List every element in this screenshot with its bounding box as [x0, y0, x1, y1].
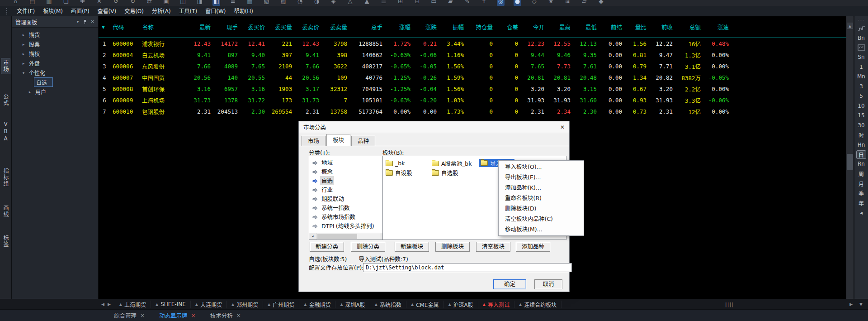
- tab-nav-arrow-icon[interactable]: ◀: [101, 302, 104, 307]
- toolbar-icon[interactable]: ▦: [246, 0, 254, 6]
- board-item[interactable]: 自设股: [386, 168, 412, 177]
- category-item[interactable]: 自选: [309, 176, 388, 185]
- period-button[interactable]: 30: [856, 120, 866, 130]
- period-button[interactable]: 日: [856, 150, 866, 159]
- toolbar-icon[interactable]: ⌗: [480, 0, 488, 6]
- line-chart-box-icon[interactable]: [858, 43, 865, 53]
- menu-item[interactable]: 窗口(W): [201, 6, 230, 16]
- market-tab[interactable]: ▲大连期货: [191, 301, 227, 308]
- pin-icon[interactable]: [83, 20, 87, 24]
- column-header[interactable]: 代码: [110, 23, 140, 31]
- toolbar-icon[interactable]: ✚: [79, 0, 86, 6]
- menu-item[interactable]: 帮助(H): [230, 6, 257, 16]
- tree-item[interactable]: ▸外盘: [12, 58, 98, 68]
- period-button[interactable]: 1: [856, 62, 866, 72]
- market-tab[interactable]: ▲上海期货: [115, 301, 151, 308]
- dialog-button[interactable]: 新建分类: [310, 242, 344, 252]
- side-tab[interactable]: 公式: [1, 92, 10, 108]
- table-row[interactable]: 4600007中国国贸20.5614020.554420.5610940776-…: [99, 72, 846, 83]
- column-header[interactable]: 名称: [140, 23, 184, 31]
- toolbar-icon[interactable]: ◇: [530, 0, 538, 6]
- market-tab[interactable]: ▲导入测试: [478, 301, 514, 308]
- column-header[interactable]: 今开: [522, 23, 548, 31]
- context-menu-item[interactable]: 删除板块(D): [499, 203, 584, 214]
- column-header[interactable]: 涨速: [704, 23, 732, 31]
- market-tab[interactable]: ▲广州期货: [263, 301, 299, 308]
- period-button[interactable]: 时: [856, 130, 866, 140]
- chevron-down-icon[interactable]: ▾: [77, 19, 79, 24]
- toolbar-icon[interactable]: ▣: [162, 0, 170, 6]
- toolbar-icon[interactable]: ▥: [45, 0, 53, 6]
- context-menu-item[interactable]: 移动板块(M)...: [499, 224, 584, 235]
- period-button[interactable]: 3: [856, 81, 866, 91]
- board-item[interactable]: _bk: [386, 158, 412, 168]
- toolbar-icon[interactable]: ↻: [129, 0, 137, 6]
- column-header[interactable]: 涨幅: [386, 23, 414, 31]
- column-header[interactable]: 前收: [650, 23, 676, 31]
- column-header[interactable]: 最低: [574, 23, 600, 31]
- category-item[interactable]: 地域: [309, 158, 388, 167]
- context-menu-item[interactable]: 导出板块(E)...: [499, 172, 584, 182]
- side-tab[interactable]: VBA: [2, 120, 9, 144]
- toolbar-icon[interactable]: ▲: [363, 0, 371, 6]
- page-tab[interactable]: 综合管理×: [108, 311, 151, 320]
- dialog-tab[interactable]: 品种: [351, 136, 375, 146]
- column-header[interactable]: 委买价: [241, 23, 269, 31]
- period-button[interactable]: Rn: [856, 159, 866, 169]
- market-tab[interactable]: ▲连续合约板块: [514, 301, 561, 308]
- column-header[interactable]: 仓差: [496, 23, 522, 31]
- scroll-up-icon[interactable]: ▲: [847, 23, 853, 29]
- market-tab[interactable]: ▲CME金属: [406, 301, 443, 308]
- table-row[interactable]: 2600004白云机场9.418979.403979.41398140662-0…: [99, 49, 846, 61]
- category-item[interactable]: 概念: [309, 167, 388, 176]
- toolbar-icon[interactable]: ◎: [497, 0, 505, 6]
- column-header[interactable]: 持仓量: [467, 23, 496, 31]
- menu-item[interactable]: 画面(P): [67, 6, 94, 16]
- toolbar-icon[interactable]: △: [346, 0, 354, 6]
- table-row[interactable]: 1600000浦发银行12.431417212.4122112.43379812…: [99, 38, 846, 49]
- toolbar-icon[interactable]: ▱: [580, 0, 588, 6]
- column-header[interactable]: 最高: [548, 23, 574, 31]
- config-path-input[interactable]: [363, 263, 572, 272]
- toolbar-icon[interactable]: ▭: [430, 0, 438, 6]
- column-header[interactable]: 前结: [600, 23, 626, 31]
- menu-item[interactable]: 工具(T): [175, 6, 202, 16]
- toolbar-icon[interactable]: ◧: [212, 0, 220, 6]
- column-header[interactable]: 委卖价: [296, 23, 323, 31]
- market-tab[interactable]: ▲系统指数: [370, 301, 406, 308]
- toolbar-icon[interactable]: ☰: [380, 0, 387, 6]
- column-header[interactable]: 总额: [676, 23, 704, 31]
- board-item[interactable]: A股票池_bk: [432, 158, 472, 168]
- tree-item[interactable]: ▸用户: [12, 87, 98, 96]
- menu-item[interactable]: 查看(V): [94, 6, 121, 16]
- column-header[interactable]: 最新: [184, 23, 214, 31]
- tab-scroll-indicator[interactable]: ||||: [725, 302, 734, 307]
- market-tab[interactable]: ▲郑州期货: [227, 301, 263, 308]
- close-icon[interactable]: ✕: [91, 19, 94, 24]
- table-row[interactable]: 7600010包钢股份2.312045132.302695542.3113758…: [99, 106, 846, 117]
- menu-item[interactable]: 板块(M): [39, 6, 67, 16]
- toolbar-icon[interactable]: ◫: [179, 0, 187, 6]
- board-item[interactable]: 自选股: [432, 168, 472, 177]
- toolbar-icon[interactable]: ❏: [62, 0, 70, 6]
- period-button[interactable]: 5: [856, 91, 866, 101]
- toolbar-icon[interactable]: ⊞: [396, 0, 404, 6]
- side-tab[interactable]: 标签: [1, 234, 10, 249]
- column-header[interactable]: 现手: [214, 23, 241, 31]
- market-tab[interactable]: ▲金融期货: [299, 301, 335, 308]
- dialog-tab[interactable]: 板块: [326, 134, 350, 146]
- toolbar-icon[interactable]: ✕: [95, 0, 103, 6]
- side-tab[interactable]: 市场: [1, 58, 10, 74]
- menu-item[interactable]: 分析(A): [148, 6, 175, 16]
- dialog-button[interactable]: 添加品种: [516, 242, 550, 252]
- tab-nav-arrow-icon[interactable]: ▶: [108, 302, 111, 307]
- toolbar-icon[interactable]: ◆: [597, 0, 605, 6]
- sort-indicator-icon[interactable]: ▼: [99, 25, 110, 29]
- scroll-left-icon[interactable]: ◂: [309, 233, 316, 240]
- menu-item[interactable]: 交易(O): [120, 6, 148, 16]
- dialog-button[interactable]: 删除板块: [435, 242, 470, 252]
- tree-item[interactable]: 自选: [12, 77, 98, 87]
- context-menu-item[interactable]: 重命名板块(R): [499, 193, 584, 203]
- market-tab[interactable]: ▲SHFE-INE: [151, 301, 191, 308]
- tree-item[interactable]: ▸股票: [12, 39, 98, 49]
